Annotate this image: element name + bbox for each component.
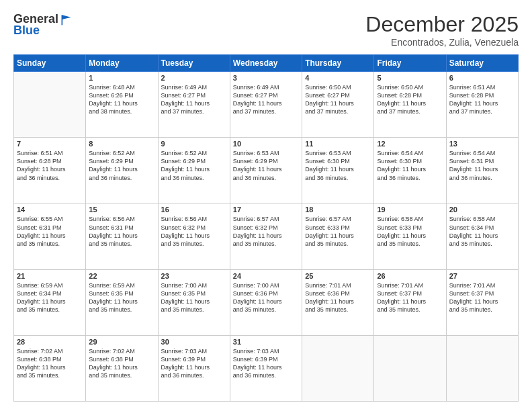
calendar-cell: 5Sunrise: 6:50 AM Sunset: 6:28 PM Daylig… bbox=[374, 72, 446, 138]
calendar-week-row: 7Sunrise: 6:51 AM Sunset: 6:28 PM Daylig… bbox=[14, 138, 519, 203]
cell-info: Sunrise: 7:02 AM Sunset: 6:38 PM Dayligh… bbox=[17, 347, 83, 380]
col-header-thursday: Thursday bbox=[302, 55, 374, 72]
cell-info: Sunrise: 6:52 AM Sunset: 6:29 PM Dayligh… bbox=[161, 149, 227, 182]
cell-info: Sunrise: 6:57 AM Sunset: 6:32 PM Dayligh… bbox=[233, 215, 299, 248]
day-number: 9 bbox=[161, 140, 227, 148]
day-number: 5 bbox=[377, 74, 443, 82]
cell-info: Sunrise: 7:02 AM Sunset: 6:38 PM Dayligh… bbox=[89, 347, 154, 380]
cell-info: Sunrise: 6:53 AM Sunset: 6:30 PM Dayligh… bbox=[305, 149, 371, 182]
day-number: 7 bbox=[17, 140, 83, 148]
cell-info: Sunrise: 6:48 AM Sunset: 6:26 PM Dayligh… bbox=[89, 83, 154, 116]
calendar-cell: 18Sunrise: 6:57 AM Sunset: 6:33 PM Dayli… bbox=[302, 203, 374, 269]
cell-info: Sunrise: 6:52 AM Sunset: 6:29 PM Dayligh… bbox=[89, 149, 154, 182]
cell-info: Sunrise: 7:00 AM Sunset: 6:35 PM Dayligh… bbox=[161, 281, 227, 314]
cell-info: Sunrise: 6:56 AM Sunset: 6:32 PM Dayligh… bbox=[161, 215, 227, 248]
header: General Blue December 2025 Encontrados, … bbox=[13, 12, 519, 48]
day-number: 16 bbox=[161, 205, 227, 214]
calendar-cell: 27Sunrise: 7:01 AM Sunset: 6:37 PM Dayli… bbox=[446, 269, 518, 335]
day-number: 29 bbox=[89, 338, 154, 346]
cell-info: Sunrise: 6:53 AM Sunset: 6:29 PM Dayligh… bbox=[233, 149, 299, 182]
cell-info: Sunrise: 7:00 AM Sunset: 6:36 PM Dayligh… bbox=[233, 281, 299, 314]
month-title: December 2025 bbox=[365, 12, 519, 37]
cell-info: Sunrise: 6:57 AM Sunset: 6:33 PM Dayligh… bbox=[305, 215, 371, 248]
day-number: 6 bbox=[449, 74, 515, 82]
calendar-cell: 17Sunrise: 6:57 AM Sunset: 6:32 PM Dayli… bbox=[230, 203, 302, 269]
day-number: 1 bbox=[89, 74, 154, 82]
logo: General Blue bbox=[13, 12, 73, 38]
day-number: 23 bbox=[161, 272, 227, 280]
day-number: 13 bbox=[449, 140, 515, 148]
calendar-table: SundayMondayTuesdayWednesdayThursdayFrid… bbox=[13, 54, 519, 402]
col-header-friday: Friday bbox=[374, 55, 446, 72]
calendar-cell bbox=[14, 72, 86, 138]
svg-marker-0 bbox=[62, 15, 71, 19]
cell-info: Sunrise: 7:03 AM Sunset: 6:39 PM Dayligh… bbox=[161, 347, 227, 380]
calendar-cell: 24Sunrise: 7:00 AM Sunset: 6:36 PM Dayli… bbox=[230, 269, 302, 335]
day-number: 30 bbox=[161, 338, 227, 346]
day-number: 24 bbox=[233, 272, 299, 280]
page: General Blue December 2025 Encontrados, … bbox=[0, 0, 532, 411]
col-header-monday: Monday bbox=[86, 55, 158, 72]
day-number: 2 bbox=[161, 74, 227, 82]
calendar-cell: 7Sunrise: 6:51 AM Sunset: 6:28 PM Daylig… bbox=[14, 138, 86, 203]
cell-info: Sunrise: 6:58 AM Sunset: 6:33 PM Dayligh… bbox=[377, 215, 443, 248]
day-number: 28 bbox=[17, 338, 83, 346]
calendar-cell: 30Sunrise: 7:03 AM Sunset: 6:39 PM Dayli… bbox=[158, 335, 230, 401]
calendar-cell: 20Sunrise: 6:58 AM Sunset: 6:34 PM Dayli… bbox=[446, 203, 518, 269]
cell-info: Sunrise: 6:56 AM Sunset: 6:31 PM Dayligh… bbox=[89, 215, 154, 248]
cell-info: Sunrise: 6:50 AM Sunset: 6:28 PM Dayligh… bbox=[377, 83, 443, 116]
calendar-week-row: 28Sunrise: 7:02 AM Sunset: 6:38 PM Dayli… bbox=[14, 335, 519, 401]
day-number: 17 bbox=[233, 205, 299, 214]
cell-info: Sunrise: 7:01 AM Sunset: 6:36 PM Dayligh… bbox=[305, 281, 371, 314]
calendar-cell: 28Sunrise: 7:02 AM Sunset: 6:38 PM Dayli… bbox=[14, 335, 86, 401]
day-number: 25 bbox=[305, 272, 371, 280]
calendar-cell: 31Sunrise: 7:03 AM Sunset: 6:39 PM Dayli… bbox=[230, 335, 302, 401]
cell-info: Sunrise: 7:03 AM Sunset: 6:39 PM Dayligh… bbox=[233, 347, 299, 380]
calendar-cell: 10Sunrise: 6:53 AM Sunset: 6:29 PM Dayli… bbox=[230, 138, 302, 203]
calendar-cell: 9Sunrise: 6:52 AM Sunset: 6:29 PM Daylig… bbox=[158, 138, 230, 203]
cell-info: Sunrise: 6:51 AM Sunset: 6:28 PM Dayligh… bbox=[449, 83, 515, 116]
day-number: 27 bbox=[449, 272, 515, 280]
day-number: 11 bbox=[305, 140, 371, 148]
calendar-cell: 12Sunrise: 6:54 AM Sunset: 6:30 PM Dayli… bbox=[374, 138, 446, 203]
calendar-cell: 16Sunrise: 6:56 AM Sunset: 6:32 PM Dayli… bbox=[158, 203, 230, 269]
calendar-cell bbox=[446, 335, 518, 401]
cell-info: Sunrise: 6:51 AM Sunset: 6:28 PM Dayligh… bbox=[17, 149, 83, 182]
logo-blue-text: Blue bbox=[13, 24, 40, 38]
day-number: 21 bbox=[17, 272, 83, 280]
cell-info: Sunrise: 7:01 AM Sunset: 6:37 PM Dayligh… bbox=[449, 281, 515, 314]
day-number: 15 bbox=[89, 205, 154, 214]
logo-flag-icon bbox=[60, 13, 73, 26]
calendar-cell: 2Sunrise: 6:49 AM Sunset: 6:27 PM Daylig… bbox=[158, 72, 230, 138]
calendar-cell: 6Sunrise: 6:51 AM Sunset: 6:28 PM Daylig… bbox=[446, 72, 518, 138]
col-header-wednesday: Wednesday bbox=[230, 55, 302, 72]
calendar-cell bbox=[374, 335, 446, 401]
cell-info: Sunrise: 6:50 AM Sunset: 6:27 PM Dayligh… bbox=[305, 83, 371, 116]
cell-info: Sunrise: 6:55 AM Sunset: 6:31 PM Dayligh… bbox=[17, 215, 83, 248]
calendar-week-row: 1Sunrise: 6:48 AM Sunset: 6:26 PM Daylig… bbox=[14, 72, 519, 138]
day-number: 26 bbox=[377, 272, 443, 280]
cell-info: Sunrise: 6:59 AM Sunset: 6:35 PM Dayligh… bbox=[89, 281, 154, 314]
cell-info: Sunrise: 6:49 AM Sunset: 6:27 PM Dayligh… bbox=[161, 83, 227, 116]
col-header-tuesday: Tuesday bbox=[158, 55, 230, 72]
cell-info: Sunrise: 6:49 AM Sunset: 6:27 PM Dayligh… bbox=[233, 83, 299, 116]
day-number: 19 bbox=[377, 205, 443, 214]
calendar-cell: 13Sunrise: 6:54 AM Sunset: 6:31 PM Dayli… bbox=[446, 138, 518, 203]
cell-info: Sunrise: 6:59 AM Sunset: 6:34 PM Dayligh… bbox=[17, 281, 83, 314]
cell-info: Sunrise: 6:54 AM Sunset: 6:30 PM Dayligh… bbox=[377, 149, 443, 182]
cell-info: Sunrise: 6:54 AM Sunset: 6:31 PM Dayligh… bbox=[449, 149, 515, 182]
day-number: 3 bbox=[233, 74, 299, 82]
day-number: 18 bbox=[305, 205, 371, 214]
calendar-cell: 21Sunrise: 6:59 AM Sunset: 6:34 PM Dayli… bbox=[14, 269, 86, 335]
calendar-week-row: 21Sunrise: 6:59 AM Sunset: 6:34 PM Dayli… bbox=[14, 269, 519, 335]
day-number: 20 bbox=[449, 205, 515, 214]
cell-info: Sunrise: 6:58 AM Sunset: 6:34 PM Dayligh… bbox=[449, 215, 515, 248]
col-header-sunday: Sunday bbox=[14, 55, 86, 72]
calendar-cell: 4Sunrise: 6:50 AM Sunset: 6:27 PM Daylig… bbox=[302, 72, 374, 138]
calendar-cell: 1Sunrise: 6:48 AM Sunset: 6:26 PM Daylig… bbox=[86, 72, 158, 138]
calendar-cell: 11Sunrise: 6:53 AM Sunset: 6:30 PM Dayli… bbox=[302, 138, 374, 203]
day-number: 8 bbox=[89, 140, 154, 148]
calendar-cell: 29Sunrise: 7:02 AM Sunset: 6:38 PM Dayli… bbox=[86, 335, 158, 401]
calendar-cell: 26Sunrise: 7:01 AM Sunset: 6:37 PM Dayli… bbox=[374, 269, 446, 335]
calendar-cell: 25Sunrise: 7:01 AM Sunset: 6:36 PM Dayli… bbox=[302, 269, 374, 335]
